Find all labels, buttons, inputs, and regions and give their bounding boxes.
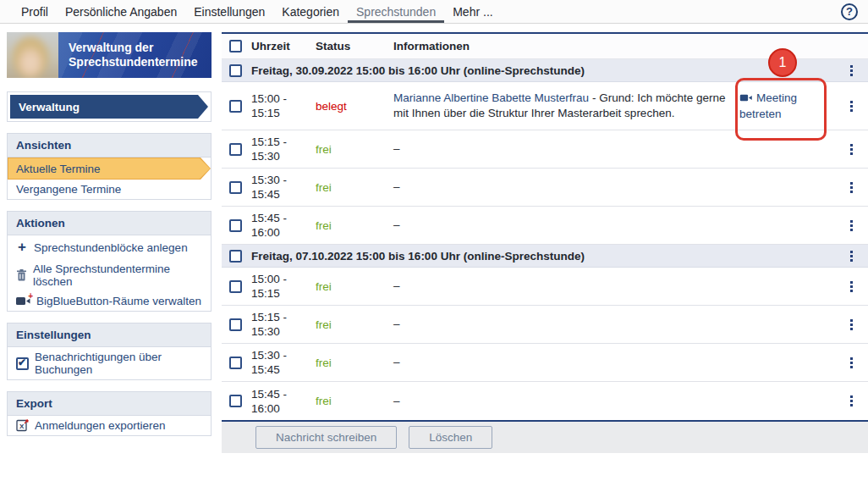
- slot-time: 15:30 - 15:45: [251, 348, 316, 377]
- group-header-row: Freitag, 07.10.2022 15:00 bis 16:00 Uhr …: [222, 245, 868, 268]
- group-header-row: Freitag, 30.09.2022 15:00 bis 16:00 Uhr …: [222, 59, 868, 82]
- widget-ansichten-title: Ansichten: [8, 134, 211, 158]
- page-title: Verwaltung der Sprechstundentermine: [58, 32, 212, 78]
- widget-ansichten: Ansichten Aktuelle Termine Vergangene Te…: [7, 133, 212, 200]
- slot-time: 15:15 - 15:30: [251, 310, 316, 339]
- loeschen-button[interactable]: Löschen: [409, 426, 492, 449]
- setting-label: Benachrichtigungen über Buchungen: [35, 351, 202, 376]
- slot-time: 15:45 - 16:00: [251, 211, 316, 240]
- kebab-menu-icon[interactable]: [847, 316, 856, 334]
- kebab-menu-icon[interactable]: [847, 392, 856, 410]
- table-row: 15:00 - 15:15 frei –: [222, 268, 868, 306]
- widget-aktionen: Aktionen Sprechstundenblöcke anlegen All…: [7, 211, 212, 312]
- tab-einstellungen[interactable]: Einstellungen: [185, 0, 273, 23]
- slot-time: 15:00 - 15:15: [251, 91, 316, 120]
- sidebar-item-aktuelle-termine[interactable]: Aktuelle Termine: [8, 158, 211, 180]
- kebab-menu-icon[interactable]: [847, 217, 856, 235]
- group-checkbox[interactable]: [229, 64, 242, 77]
- status-badge: frei: [316, 143, 393, 156]
- slot-time: 15:15 - 15:30: [251, 135, 316, 163]
- table-row: 15:30 - 15:45 frei –: [222, 344, 868, 382]
- group-label: Freitag, 07.10.2022 15:00 bis 16:00 Uhr …: [251, 250, 834, 263]
- kebab-menu-icon[interactable]: [847, 141, 856, 158]
- sidebar: Verwaltung der Sprechstundentermine Verw…: [7, 32, 212, 436]
- help-icon[interactable]: [841, 3, 858, 20]
- slot-time: 15:00 - 15:15: [251, 272, 316, 301]
- tab-kategorien[interactable]: Kategorien: [273, 0, 348, 23]
- table-row: 15:15 - 15:30 frei –: [222, 306, 868, 344]
- sidebar-item-bbb-raeume-verwalten[interactable]: BigBlueButton-Räume verwalten: [8, 291, 211, 311]
- action-label: Sprechstundenblöcke anlegen: [34, 241, 188, 254]
- video-camera-icon: [739, 93, 753, 102]
- kebab-menu-icon[interactable]: [847, 62, 856, 80]
- tab-profil[interactable]: Profil: [13, 0, 57, 23]
- appointments-panel: Uhrzeit Status Informationen Freitag, 30…: [222, 32, 868, 453]
- kebab-menu-icon[interactable]: [847, 278, 856, 296]
- sidebar-item-vergangene-termine[interactable]: Vergangene Termine: [8, 180, 211, 199]
- meeting-betreten-link[interactable]: Meeting betreten: [739, 90, 810, 122]
- action-label: BigBlueButton-Räume verwalten: [36, 295, 201, 307]
- sidebar-item-verwaltung[interactable]: Verwaltung: [10, 95, 208, 119]
- slot-info: –: [393, 394, 739, 409]
- sidebar-item-alle-termine-loeschen[interactable]: Alle Sprechstundentermine löschen: [8, 259, 211, 291]
- sidebar-nav-box: Verwaltung: [7, 91, 212, 122]
- status-badge: frei: [316, 318, 393, 331]
- row-checkbox[interactable]: [229, 100, 242, 113]
- table-row: 15:45 - 16:00 frei –: [222, 382, 868, 420]
- status-badge: frei: [316, 395, 393, 407]
- sidebar-item-sprechstundenbloecke-anlegen[interactable]: Sprechstundenblöcke anlegen: [8, 235, 211, 259]
- svg-text:X: X: [19, 423, 25, 430]
- status-badge: frei: [316, 357, 393, 369]
- avatar: [7, 32, 58, 78]
- export-file-icon: X: [16, 419, 29, 432]
- row-checkbox[interactable]: [229, 143, 242, 156]
- sidebar-item-benachrichtigungen[interactable]: Benachrichtigungen über Buchungen: [8, 347, 211, 379]
- status-badge: frei: [316, 219, 393, 232]
- widget-export: Export X Anmeldungen exportieren: [7, 391, 212, 436]
- plus-icon: [16, 239, 28, 256]
- group-label: Freitag, 30.09.2022 15:00 bis 16:00 Uhr …: [251, 64, 834, 77]
- tab-mehr[interactable]: Mehr ...: [444, 0, 501, 23]
- group-checkbox[interactable]: [229, 250, 242, 263]
- plus-badge-icon: [28, 291, 33, 301]
- slot-info: –: [393, 218, 739, 233]
- table-row: 15:30 - 15:45 frei –: [222, 169, 868, 207]
- column-header-uhrzeit: Uhrzeit: [251, 39, 316, 53]
- select-all-checkbox[interactable]: [229, 40, 242, 53]
- row-checkbox[interactable]: [229, 318, 242, 331]
- row-checkbox[interactable]: [229, 280, 242, 293]
- column-header-status: Status: [316, 40, 393, 53]
- status-badge: belegt: [316, 100, 393, 113]
- row-checkbox[interactable]: [229, 395, 242, 407]
- slot-info: –: [393, 141, 739, 157]
- export-label: Anmeldungen exportieren: [35, 419, 166, 432]
- action-label: Alle Sprechstundentermine löschen: [33, 263, 202, 288]
- top-navigation: Profil Persönliche Angaben Einstellungen…: [0, 0, 868, 24]
- row-checkbox[interactable]: [229, 357, 242, 369]
- trash-icon: [16, 269, 27, 281]
- table-row: 15:45 - 16:00 frei –: [222, 207, 868, 245]
- table-footer: Nachricht schreiben Löschen: [222, 422, 868, 453]
- status-badge: frei: [316, 280, 393, 293]
- slot-info: –: [393, 355, 739, 370]
- widget-export-title: Export: [8, 392, 211, 416]
- kebab-menu-icon[interactable]: [847, 179, 856, 196]
- status-badge: frei: [316, 181, 393, 194]
- slot-info: –: [393, 279, 739, 294]
- student-name-link[interactable]: Marianne Albertine Babette Musterfrau: [393, 91, 589, 104]
- widget-aktionen-title: Aktionen: [8, 212, 211, 235]
- kebab-menu-icon[interactable]: [847, 97, 856, 115]
- kebab-menu-icon[interactable]: [847, 354, 856, 372]
- kebab-menu-icon[interactable]: [847, 247, 856, 265]
- slot-time: 15:45 - 16:00: [251, 387, 316, 416]
- row-checkbox[interactable]: [229, 219, 242, 232]
- table-header-row: Uhrzeit Status Informationen: [222, 34, 868, 59]
- nachricht-schreiben-button[interactable]: Nachricht schreiben: [255, 426, 397, 449]
- sidebar-item-anmeldungen-exportieren[interactable]: X Anmeldungen exportieren: [8, 416, 211, 435]
- slot-time: 15:30 - 15:45: [251, 173, 316, 202]
- tab-persoenliche-angaben[interactable]: Persönliche Angaben: [57, 0, 185, 23]
- checkbox-checked-icon[interactable]: [16, 357, 29, 370]
- tab-sprechstunden[interactable]: Sprechstunden: [348, 0, 444, 23]
- sidebar-header: Verwaltung der Sprechstundentermine: [7, 32, 212, 78]
- row-checkbox[interactable]: [229, 181, 242, 194]
